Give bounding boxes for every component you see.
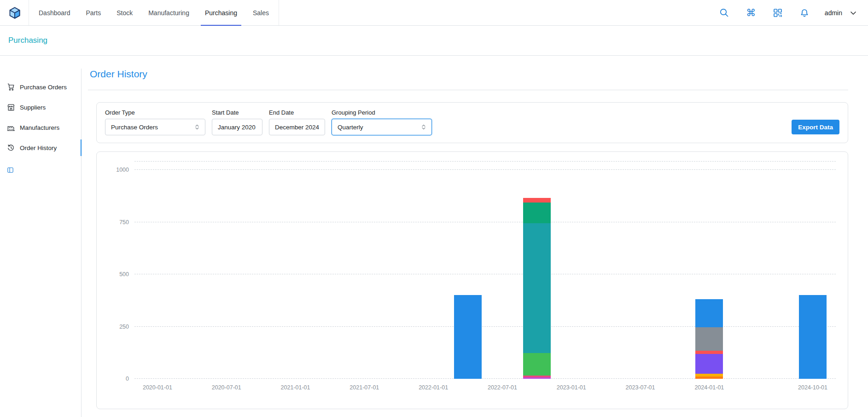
chart-bar[interactable] (799, 162, 827, 379)
chart-gridline: 500 (134, 274, 836, 274)
chart-x-tick-label: 2020-01-01 (143, 384, 172, 391)
username-label: admin (825, 9, 842, 17)
chart-gridline: 1000 (134, 169, 836, 170)
sidebar-item-order-history[interactable]: Order History (6, 138, 81, 158)
order-history-chart-card: 02505007501000 2020-01-012020-07-012021-… (96, 151, 848, 409)
main-nav-tabs: Dashboard Parts Stock Manufacturing Purc… (29, 0, 279, 25)
order-type-select[interactable]: Purchase Orders (105, 119, 205, 135)
chart-x-tick-label: 2021-07-01 (350, 384, 379, 391)
chart-x-tick-label: 2024-10-01 (798, 384, 827, 391)
building-store-icon (6, 103, 16, 112)
sidebar-item-manufacturers[interactable]: Manufacturers (6, 117, 81, 138)
chart-bar-segment (454, 295, 482, 379)
nav-tab-manufacturing[interactable]: Manufacturing (140, 0, 197, 25)
end-date-label: End Date (269, 109, 325, 116)
chart-x-tick-label: 2020-07-01 (212, 384, 241, 391)
chart-x-tick-label: 2021-01-01 (281, 384, 310, 391)
chart-gridline: 750 (134, 222, 836, 222)
app-logo[interactable] (8, 0, 21, 25)
title-divider (88, 90, 848, 90)
order-type-value: Purchase Orders (111, 124, 158, 131)
nav-tab-parts[interactable]: Parts (78, 0, 109, 25)
chart-gridline: 250 (134, 326, 836, 327)
chart-bar[interactable] (454, 162, 482, 379)
chart-bar[interactable] (695, 162, 723, 379)
chart-bar-segment (523, 203, 551, 223)
chart-y-tick-label: 1000 (116, 167, 129, 173)
chart-x-tick-label: 2024-01-01 (694, 384, 724, 391)
chart-bar-segment (695, 299, 723, 328)
navbar-spacer (279, 0, 718, 25)
chart-y-tick-label: 750 (119, 219, 129, 226)
chart-x-tick-label: 2023-01-01 (557, 384, 586, 391)
end-date-input[interactable] (269, 119, 325, 135)
breadcrumb: Purchasing (0, 26, 868, 56)
selector-icon (419, 123, 428, 131)
chart-bar-segment (799, 295, 827, 379)
sidebar-item-label: Manufacturers (20, 124, 59, 131)
order-type-field: Order Type Purchase Orders (105, 109, 205, 135)
nav-tab-sales[interactable]: Sales (245, 0, 277, 25)
content-area: Purchase Orders Suppliers Manufacturers … (0, 56, 868, 417)
layout-sidebar-icon[interactable] (6, 164, 17, 175)
user-menu[interactable]: admin (825, 8, 858, 17)
chart-bar-segment (523, 223, 551, 353)
building-factory-icon (6, 123, 16, 132)
filter-panel: Order Type Purchase Orders Start Date En… (96, 102, 848, 143)
order-history-chart: 02505007501000 2020-01-012020-07-012021-… (134, 161, 836, 393)
app-logo-icon (8, 6, 21, 19)
shopping-cart-icon (6, 82, 16, 92)
bell-icon[interactable] (798, 6, 811, 19)
start-date-input[interactable] (212, 119, 262, 135)
main-panel: Order History Order Type Purchase Orders… (82, 69, 868, 417)
sidebar-item-purchase-orders[interactable]: Purchase Orders (6, 77, 81, 97)
chart-plot-area: 02505007501000 (134, 161, 836, 379)
start-date-label: Start Date (212, 109, 262, 116)
selector-icon (193, 123, 201, 131)
end-date-field: End Date (269, 109, 325, 135)
history-icon (6, 143, 16, 152)
order-type-label: Order Type (105, 109, 205, 116)
breadcrumb-purchasing[interactable]: Purchasing (8, 36, 47, 45)
top-navbar: Dashboard Parts Stock Manufacturing Purc… (0, 0, 868, 26)
grouping-period-value: Quarterly (338, 124, 363, 131)
sidebar-item-label: Suppliers (20, 104, 46, 111)
start-date-field: Start Date (212, 109, 262, 135)
sidebar-item-suppliers[interactable]: Suppliers (6, 97, 81, 117)
nav-tab-purchasing[interactable]: Purchasing (197, 0, 245, 25)
search-icon[interactable] (718, 6, 731, 19)
nav-tab-dashboard[interactable]: Dashboard (31, 0, 78, 25)
grouping-period-field: Grouping Period Quarterly (332, 109, 432, 135)
nav-tab-stock[interactable]: Stock (109, 0, 140, 25)
chart-bar-segment (695, 327, 723, 351)
chart-x-tick-label: 2022-01-01 (419, 384, 448, 391)
sidebar: Purchase Orders Suppliers Manufacturers … (0, 69, 82, 417)
chart-bar-segment (523, 353, 551, 376)
qrcode-icon[interactable] (771, 6, 784, 19)
chart-bar[interactable] (523, 162, 551, 379)
navbar-actions: ⌘ admin (718, 0, 858, 25)
chart-x-tick-label: 2022-07-01 (488, 384, 517, 391)
chart-x-tick-label: 2023-07-01 (626, 384, 655, 391)
sidebar-item-label: Order History (20, 145, 57, 151)
page-title: Order History (88, 69, 848, 80)
chart-y-tick-label: 0 (126, 376, 129, 382)
grouping-period-select[interactable]: Quarterly (332, 119, 432, 135)
chart-x-axis: 2020-01-012020-07-012021-01-012021-07-01… (134, 379, 836, 393)
sidebar-item-label: Purchase Orders (20, 84, 67, 91)
chevron-down-icon (849, 8, 858, 17)
chart-y-tick-label: 500 (119, 271, 129, 278)
command-icon[interactable]: ⌘ (745, 6, 757, 19)
chart-bar-segment (695, 354, 723, 374)
export-data-button[interactable]: Export Data (792, 120, 839, 134)
chart-y-tick-label: 250 (119, 324, 129, 330)
chart-bar-segment (523, 198, 551, 203)
grouping-period-label: Grouping Period (332, 109, 432, 116)
